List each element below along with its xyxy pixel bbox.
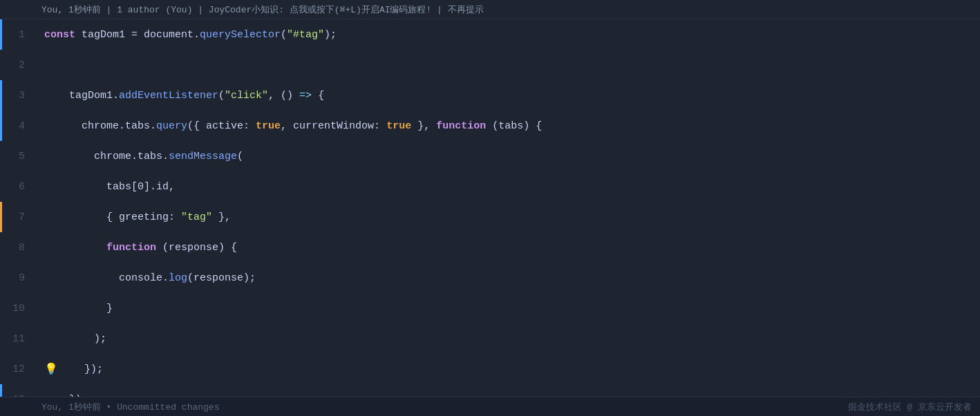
line-number: 2 <box>0 50 36 80</box>
info-bar[interactable]: You, 1秒钟前 | 1 author (You) | JoyCoder小知识… <box>0 0 980 19</box>
token-plain: console. <box>44 272 169 284</box>
line-number: 6 <box>0 171 36 202</box>
code-line: 5 chrome.tabs.sendMessage( <box>0 141 980 171</box>
token-plain: (response) { <box>156 242 237 254</box>
token-plain: ({ active: <box>187 120 256 132</box>
token-plain: tagDom1 = document. <box>75 29 200 41</box>
code-line: 12💡 }); <box>0 354 980 384</box>
line-content <box>36 50 980 80</box>
token-plain: ( <box>237 151 243 162</box>
line-indicator-arrow <box>0 384 2 397</box>
token-plain: ( <box>218 90 225 102</box>
line-content: } <box>36 293 980 323</box>
code-line: 2 <box>0 50 980 80</box>
token-method: query <box>156 120 187 132</box>
token-kw-const: const <box>44 29 75 41</box>
code-line: 6 tabs[0].id, <box>0 171 980 202</box>
code-area: 1const tagDom1 = document.querySelector(… <box>0 19 980 397</box>
token-plain: }, <box>212 211 231 223</box>
status-left: You, 1秒钟前 • Uncommitted changes <box>41 401 219 413</box>
token-plain: , () <box>268 90 299 102</box>
line-number: 1 <box>0 19 36 50</box>
token-plain: ); <box>44 333 106 345</box>
line-content: }); <box>36 384 980 397</box>
line-content: const tagDom1 = document.querySelector("… <box>36 19 980 50</box>
line-content: ); <box>36 323 980 354</box>
token-plain: ); <box>324 29 337 41</box>
editor-container: You, 1秒钟前 | 1 author (You) | JoyCoder小知识… <box>0 0 980 416</box>
token-method: sendMessage <box>169 151 237 162</box>
status-left-text: You, 1秒钟前 • Uncommitted changes <box>41 401 219 413</box>
code-line: 13 }); <box>0 384 980 397</box>
line-number: 3 <box>0 80 36 111</box>
line-content: tabs[0].id, <box>36 171 980 202</box>
line-number: 10 <box>0 293 36 323</box>
status-right-text: 掘金技术社区 @ 京东云开发者 <box>848 401 972 413</box>
token-plain: chrome.tabs. <box>44 120 156 132</box>
token-plain: (response); <box>187 272 256 284</box>
line-content: tagDom1.addEventListener("click", () => … <box>36 80 980 111</box>
line-content: console.log(response); <box>36 263 980 293</box>
code-line: 7 { greeting: "tag" }, <box>0 202 980 232</box>
line-number: 12 <box>0 354 36 384</box>
bulb-icon: 💡 <box>44 362 58 376</box>
token-plain: }); <box>44 394 88 397</box>
line-content: chrome.tabs.query({ active: true, curren… <box>36 111 980 141</box>
line-number: 11 <box>0 323 36 354</box>
token-plain: }, <box>411 120 436 132</box>
token-plain: chrome.tabs. <box>44 151 169 162</box>
line-number: 5 <box>0 141 36 171</box>
line-content: function (response) { <box>36 232 980 263</box>
line-number: 13 <box>0 384 36 397</box>
line-indicator-blue <box>0 19 2 50</box>
token-kw-true: true <box>256 120 281 132</box>
line-indicator-arrow <box>0 111 2 141</box>
code-line: 10 } <box>0 293 980 323</box>
token-kw-function: function <box>44 242 156 254</box>
token-kw-function: function <box>436 120 486 132</box>
line-number: 9 <box>0 263 36 293</box>
line-indicator-yellow <box>0 202 2 232</box>
status-bar: You, 1秒钟前 • Uncommitted changes 掘金技术社区 @… <box>0 397 980 416</box>
code-line: 4 chrome.tabs.query({ active: true, curr… <box>0 111 980 141</box>
token-plain: { greeting: <box>44 211 181 223</box>
token-method: log <box>169 272 187 284</box>
token-method: addEventListener <box>119 90 218 102</box>
token-string: "#tag" <box>287 29 324 41</box>
token-plain: ( <box>281 29 287 41</box>
code-line: 3 tagDom1.addEventListener("click", () =… <box>0 80 980 111</box>
line-number: 8 <box>0 232 36 263</box>
token-plain: , currentWindow: <box>281 120 386 132</box>
token-plain: (tabs) { <box>486 120 542 132</box>
token-method: querySelector <box>200 29 281 41</box>
line-content: chrome.tabs.sendMessage( <box>36 141 980 171</box>
token-kw-true: true <box>386 120 411 132</box>
token-plain: tagDom1. <box>44 90 119 102</box>
token-plain: { <box>312 90 324 102</box>
code-line: 1const tagDom1 = document.querySelector(… <box>0 19 980 50</box>
code-line: 11 ); <box>0 323 980 354</box>
line-content: 💡 }); <box>36 354 980 384</box>
line-number: 7 <box>0 202 36 232</box>
code-line: 9 console.log(response); <box>0 263 980 293</box>
token-arrow: => <box>299 90 312 102</box>
token-plain: tabs[0].id, <box>44 181 175 193</box>
token-string: "click" <box>225 90 268 102</box>
token-plain: }); <box>59 363 103 375</box>
line-indicator-arrow <box>0 80 2 111</box>
code-line: 8 function (response) { <box>0 232 980 263</box>
line-content: { greeting: "tag" }, <box>36 202 980 232</box>
token-plain: } <box>44 303 113 314</box>
line-number: 4 <box>0 111 36 141</box>
token-string: "tag" <box>181 211 212 223</box>
info-bar-text: You, 1秒钟前 | 1 author (You) | JoyCoder小知识… <box>41 3 484 16</box>
